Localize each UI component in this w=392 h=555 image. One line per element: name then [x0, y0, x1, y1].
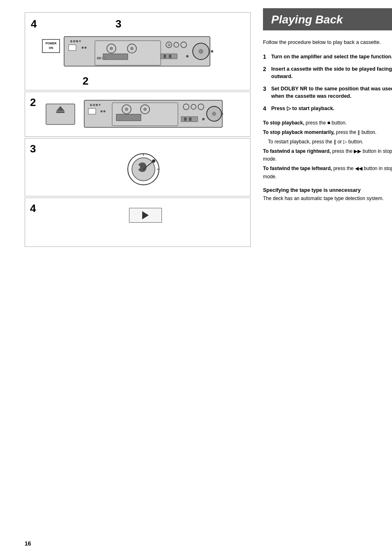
- step-1: 1 Turn on the amplifier and select the t…: [263, 53, 392, 60]
- svg-rect-49: [189, 117, 191, 121]
- dolby-dial-svg: [121, 147, 170, 188]
- svg-rect-25: [169, 55, 171, 58]
- svg-point-13: [130, 47, 134, 50]
- tip-stop-label: To stop playback,: [263, 120, 304, 126]
- tip-fastwind-right-label: To fastwind a tape rightward,: [263, 148, 331, 154]
- label-2-bottom: 2: [83, 75, 88, 88]
- svg-point-33: [101, 111, 103, 113]
- play-triangle-icon: [142, 211, 149, 219]
- step-4-number: 4: [263, 105, 270, 112]
- page-title: Playing Back: [271, 13, 386, 26]
- tip-momentarily-text: press the ‖ button.: [334, 129, 376, 135]
- tip-fastwind-right: To fastwind a tape rightward, press the …: [263, 147, 392, 163]
- step-2-number: 2: [263, 65, 270, 72]
- svg-rect-0: [42, 39, 60, 53]
- svg-rect-9: [103, 54, 128, 60]
- label-4: 4: [31, 18, 37, 30]
- section4-diagram: 4: [25, 198, 251, 247]
- svg-point-19: [198, 49, 203, 54]
- svg-rect-29: [56, 111, 65, 113]
- label-3: 3: [115, 18, 121, 30]
- section3-label: 3: [25, 138, 41, 159]
- svg-point-34: [104, 111, 106, 113]
- tip-momentarily-label: To stop playback momentarily,: [263, 129, 334, 135]
- svg-point-11: [110, 47, 113, 50]
- svg-text:SONY: SONY: [70, 40, 82, 43]
- step-3-text: Set DOLBY NR to the same position that w…: [271, 85, 392, 100]
- tip-stop-momentarily: To stop playback momentarily, press the …: [263, 129, 392, 136]
- step-1-text: Turn on the amplifier and select the tap…: [271, 53, 392, 60]
- svg-text:POWER: POWER: [46, 42, 56, 45]
- svg-rect-24: [164, 55, 166, 58]
- specifying-section: Specifying the tape type is unnecessary …: [263, 187, 392, 202]
- svg-rect-36: [116, 114, 141, 121]
- step-3: 3 Set DOLBY NR to the same position that…: [263, 85, 392, 100]
- section4-content: [41, 198, 250, 233]
- svg-text:ON: ON: [49, 46, 53, 49]
- svg-point-38: [125, 108, 128, 111]
- right-column: Playing Back Follow the procedure below …: [259, 8, 392, 547]
- top-device-svg: POWER ON SONY: [42, 33, 231, 74]
- section2-label: 2: [25, 92, 41, 112]
- svg-point-40: [143, 108, 147, 111]
- title-banner: Playing Back: [263, 8, 392, 30]
- step-2: 2 Insert a cassette with the side to be …: [263, 65, 392, 80]
- intro-text: Follow the procedure below to play back …: [263, 39, 392, 46]
- svg-point-54: [152, 159, 155, 163]
- tip-fastwind-left-label: To fastwind the tape leftward,: [263, 166, 332, 171]
- page-number: 16: [25, 540, 31, 547]
- section4-label: 4: [25, 198, 41, 219]
- section2-content: SONY: [41, 93, 250, 136]
- specifying-heading: Specifying the tape type is unnecessary: [263, 187, 392, 193]
- svg-rect-22: [102, 57, 106, 59]
- play-button-illustration: [129, 208, 162, 223]
- svg-point-20: [211, 50, 213, 53]
- section3-diagram: 3: [25, 138, 251, 196]
- svg-rect-48: [184, 117, 187, 121]
- step-4-text: Press ▷ to start playback.: [271, 105, 334, 112]
- svg-point-7: [85, 47, 87, 49]
- specifying-text: The deck has an automatic tape type dete…: [263, 195, 392, 202]
- svg-rect-8: [95, 41, 161, 65]
- section3-content: [41, 138, 250, 196]
- tip-fastwind-left: To fastwind the tape leftward, press the…: [263, 165, 392, 180]
- svg-text:SONY: SONY: [90, 104, 101, 106]
- tip-stop-playback: To stop playback, press the ■ button.: [263, 119, 392, 127]
- section2-device-svg: SONY: [83, 96, 223, 132]
- tip-stop-text: press the ■ button.: [304, 120, 346, 126]
- svg-rect-21: [97, 57, 101, 59]
- svg-rect-5: [69, 45, 76, 51]
- step-1-number: 1: [263, 53, 270, 60]
- svg-point-45: [212, 112, 216, 116]
- svg-text:①: ①: [168, 43, 171, 47]
- left-column: 4 3 POWER ON SONY: [25, 8, 259, 547]
- step-4: 4 Press ▷ to start playback.: [263, 105, 392, 112]
- page-container: 4 3 POWER ON SONY: [0, 0, 392, 555]
- svg-point-50: [202, 118, 205, 120]
- cassette-icon: [44, 98, 77, 131]
- tips-section: To stop playback, press the ■ button. To…: [263, 119, 392, 181]
- svg-point-53: [136, 165, 140, 169]
- svg-rect-32: [88, 108, 96, 114]
- tip-restart: To restart playback, press the ‖ or ▷ bu…: [263, 138, 392, 146]
- svg-point-6: [82, 47, 84, 49]
- svg-point-26: [186, 55, 189, 58]
- top-device-area: POWER ON SONY: [42, 33, 238, 76]
- section2-diagram: 2 SONY: [25, 92, 251, 137]
- top-diagram: 4 3 POWER ON SONY: [25, 12, 251, 90]
- tip-restart-text: To restart playback, press the ‖ or ▷ bu…: [268, 139, 363, 145]
- step-3-number: 3: [263, 85, 270, 92]
- step-2-text: Insert a cassette with the side to be pl…: [271, 65, 392, 80]
